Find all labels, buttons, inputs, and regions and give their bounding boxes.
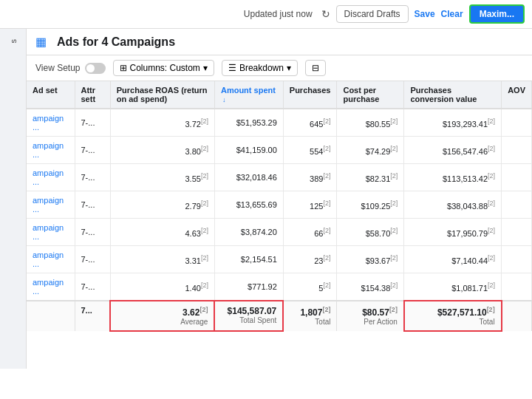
cell-attr-sett: 7-... bbox=[75, 109, 110, 137]
cell-purchases: 5[2] bbox=[283, 273, 337, 301]
cell-ad-set: ampaign ... bbox=[27, 137, 75, 164]
cell-purchases: 389[2] bbox=[283, 164, 337, 191]
view-setup-label: View Setup bbox=[35, 63, 81, 73]
cell-purchase-roas: 4.63[2] bbox=[110, 219, 214, 246]
footer-cell-roas: 3.62[2] Average bbox=[110, 301, 214, 331]
cell-ad-set: ampaign ... bbox=[27, 191, 75, 219]
save-button[interactable]: Save bbox=[415, 9, 435, 19]
footer-cell-purchases: 1,807[2] Total bbox=[283, 301, 337, 331]
breakdown-chevron-icon: ▾ bbox=[287, 63, 291, 73]
table-header-row: Ad set Attr sett Purchase ROAS (return o… bbox=[27, 81, 532, 109]
cell-purchases-conversion: $156,547.46[2] bbox=[404, 137, 502, 164]
footer-cell-ad-set bbox=[27, 301, 75, 331]
table-row: ampaign ... 7-... 1.40[2] $771.92 5[2] $… bbox=[27, 273, 532, 301]
cell-purchases-conversion: $17,950.79[2] bbox=[404, 219, 502, 246]
cell-purchases: 645[2] bbox=[283, 109, 337, 137]
footer-cell-attr-sett: 7... bbox=[75, 301, 110, 331]
table-body: ampaign ... 7-... 3.72[2] $51,953.29 645… bbox=[27, 109, 532, 301]
cell-purchase-roas: 3.72[2] bbox=[110, 109, 214, 137]
cell-cost-per-purchase: $93.67[2] bbox=[337, 246, 404, 273]
cell-amount-spent: $13,655.69 bbox=[214, 191, 283, 219]
cell-amount-spent: $32,018.46 bbox=[214, 164, 283, 191]
col-ad-set: Ad set bbox=[27, 81, 75, 109]
col-amount-spent[interactable]: Amount spent ↓ bbox=[214, 81, 283, 109]
discard-drafts-button[interactable]: Discard Drafts bbox=[336, 5, 409, 23]
page-icon: ▦ bbox=[35, 35, 47, 49]
cell-amount-spent: $2,154.51 bbox=[214, 246, 283, 273]
cell-purchase-roas: 3.80[2] bbox=[110, 137, 214, 164]
cell-purchases-conversion: $7,140.44[2] bbox=[404, 246, 502, 273]
cell-cost-per-purchase: $109.25[2] bbox=[337, 191, 404, 219]
columns-button[interactable]: ⊞ Columns: Custom ▾ bbox=[113, 60, 214, 76]
cell-purchases: 554[2] bbox=[283, 137, 337, 164]
cell-attr-sett: 7-... bbox=[75, 164, 110, 191]
cell-purchases-conversion: $38,043.88[2] bbox=[404, 191, 502, 219]
footer-row: 7... 3.62[2] Average $145,587.07 Total S… bbox=[27, 301, 532, 331]
campaigns-table: Ad set Attr sett Purchase ROAS (return o… bbox=[27, 81, 532, 332]
cell-purchases-conversion: $193,293.41[2] bbox=[404, 109, 502, 137]
table-row: ampaign ... 7-... 3.55[2] $32,018.46 389… bbox=[27, 164, 532, 191]
cell-aov bbox=[502, 191, 532, 219]
cell-purchase-roas: 2.79[2] bbox=[110, 191, 214, 219]
cell-ad-set: ampaign ... bbox=[27, 273, 75, 301]
cell-attr-sett: 7-... bbox=[75, 219, 110, 246]
cell-attr-sett: 7-... bbox=[75, 246, 110, 273]
col-purchases: Purchases bbox=[283, 81, 337, 109]
cell-purchase-roas: 1.40[2] bbox=[110, 273, 214, 301]
extra-columns-button[interactable]: ⊟ bbox=[305, 60, 326, 76]
col-aov: AOV bbox=[502, 81, 532, 109]
footer-cell-pcv: $527,571.10[2] Total bbox=[404, 301, 502, 331]
controls-bar: View Setup ⊞ Columns: Custom ▾ ☰ Breakdo… bbox=[27, 55, 532, 81]
cell-amount-spent: $771.92 bbox=[214, 273, 283, 301]
cell-aov bbox=[502, 109, 532, 137]
table-row: ampaign ... 7-... 3.31[2] $2,154.51 23[2… bbox=[27, 246, 532, 273]
footer-cell-amount-spent: $145,587.07 Total Spent bbox=[214, 301, 283, 331]
cell-aov bbox=[502, 219, 532, 246]
extra-icon: ⊟ bbox=[312, 63, 319, 73]
cell-cost-per-purchase: $80.55[2] bbox=[337, 109, 404, 137]
sidebar-label: s bbox=[9, 36, 18, 47]
cell-purchases-conversion: $1,081.71[2] bbox=[404, 273, 502, 301]
top-bar: Updated just now ↻ Discard Drafts Save C… bbox=[0, 0, 532, 29]
columns-chevron-icon: ▾ bbox=[203, 63, 208, 73]
cell-aov bbox=[502, 137, 532, 164]
refresh-icon[interactable]: ↻ bbox=[321, 8, 330, 20]
cell-purchases: 23[2] bbox=[283, 246, 337, 273]
col-attr-sett: Attr sett bbox=[75, 81, 110, 109]
view-setup-group: View Setup bbox=[35, 63, 106, 74]
cell-ad-set: ampaign ... bbox=[27, 246, 75, 273]
breakdown-button[interactable]: ☰ Breakdown ▾ bbox=[222, 60, 298, 76]
cell-aov bbox=[502, 273, 532, 301]
table-row: ampaign ... 7-... 3.80[2] $41,159.00 554… bbox=[27, 137, 532, 164]
cell-amount-spent: $41,159.00 bbox=[214, 137, 283, 164]
cell-cost-per-purchase: $154.38[2] bbox=[337, 273, 404, 301]
footer-cell-cpp: $80.57[2] Per Action bbox=[337, 301, 404, 331]
col-purchases-conversion: Purchases conversion value bbox=[404, 81, 502, 109]
cell-purchases: 66[2] bbox=[283, 219, 337, 246]
cell-ad-set: ampaign ... bbox=[27, 109, 75, 137]
clear-button[interactable]: Clear bbox=[441, 9, 463, 19]
table-footer: 7... 3.62[2] Average $145,587.07 Total S… bbox=[27, 301, 532, 331]
cell-amount-spent: $51,953.29 bbox=[214, 109, 283, 137]
main-area: ▦ Ads for 4 Campaigns View Setup ⊞ Colum… bbox=[27, 29, 532, 369]
cell-cost-per-purchase: $82.31[2] bbox=[337, 164, 404, 191]
page-content: s ▦ Ads for 4 Campaigns View Setup ⊞ Col… bbox=[0, 29, 532, 369]
cell-ad-set: ampaign ... bbox=[27, 219, 75, 246]
cell-cost-per-purchase: $58.70[2] bbox=[337, 219, 404, 246]
table-row: ampaign ... 7-... 3.72[2] $51,953.29 645… bbox=[27, 109, 532, 137]
footer-cell-aov bbox=[502, 301, 532, 331]
cell-cost-per-purchase: $74.29[2] bbox=[337, 137, 404, 164]
maxim-button[interactable]: Maxim... bbox=[469, 4, 525, 24]
cell-purchases: 125[2] bbox=[283, 191, 337, 219]
view-setup-toggle[interactable] bbox=[85, 63, 106, 74]
col-purchase-roas: Purchase ROAS (return on ad spend) bbox=[110, 81, 214, 109]
cell-attr-sett: 7-... bbox=[75, 137, 110, 164]
cell-purchases-conversion: $113,513.42[2] bbox=[404, 164, 502, 191]
breakdown-label: Breakdown bbox=[239, 63, 284, 73]
cell-aov bbox=[502, 246, 532, 273]
cell-attr-sett: 7-... bbox=[75, 273, 110, 301]
status-text: Updated just now bbox=[244, 9, 313, 19]
cell-attr-sett: 7-... bbox=[75, 191, 110, 219]
cell-amount-spent: $3,874.20 bbox=[214, 219, 283, 246]
table-row: ampaign ... 7-... 4.63[2] $3,874.20 66[2… bbox=[27, 219, 532, 246]
